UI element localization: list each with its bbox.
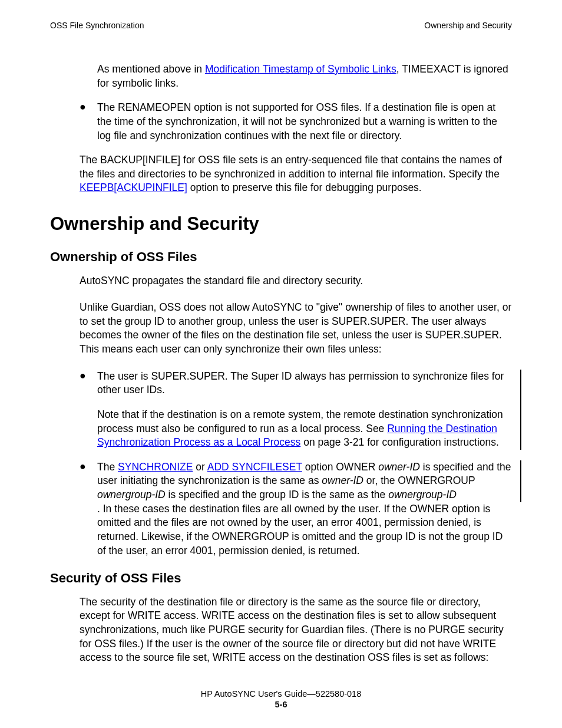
page-footer: HP AutoSYNC User's Guide—522580-018 5-6 (0, 689, 562, 709)
bullet-text: The SYNCHRONIZE or ADD SYNCFILESET optio… (97, 460, 512, 558)
paragraph: Unlike Guardian, OSS does not allow Auto… (80, 301, 512, 357)
paragraph: As mentioned above in Modification Times… (97, 62, 512, 90)
link-keepbackupinfile[interactable]: KEEPB[ACKUPINFILE] (80, 182, 187, 193)
bullet-item: ● The user is SUPER.SUPER. The Super ID … (80, 370, 521, 450)
bullet-item: ● The RENAMEOPEN option is not supported… (80, 101, 512, 143)
bullet-item: ● The SYNCHRONIZE or ADD SYNCFILESET opt… (80, 460, 512, 558)
bullet-text: The RENAMEOPEN option is not supported f… (97, 101, 512, 143)
link-modification-timestamp[interactable]: Modification Timestamp of Symbolic Links (205, 63, 396, 75)
header-right: Ownership and Security (424, 21, 512, 30)
heading-ownership-oss: Ownership of OSS Files (50, 248, 512, 266)
footer-page-number: 5-6 (0, 700, 562, 709)
page-content: As mentioned above in Modification Times… (50, 62, 512, 665)
link-synchronize[interactable]: SYNCHRONIZE (118, 461, 193, 473)
paragraph: AutoSYNC propagates the standard file an… (80, 274, 512, 288)
paragraph: The security of the destination file or … (80, 595, 512, 665)
heading-security-oss: Security of OSS Files (50, 569, 512, 587)
header-left: OSS File Synchronization (50, 21, 144, 30)
page-header: OSS File Synchronization Ownership and S… (50, 21, 512, 30)
bullet-icon: ● (80, 370, 97, 450)
bullet-icon: ● (80, 101, 97, 143)
footer-line1: HP AutoSYNC User's Guide—522580-018 (0, 689, 562, 699)
bullet-text: The user is SUPER.SUPER. The Super ID al… (97, 370, 512, 450)
link-add-syncfileset[interactable]: ADD SYNCFILESET (207, 461, 302, 473)
bullet-icon: ● (80, 460, 97, 558)
document-page: OSS File Synchronization Ownership and S… (0, 0, 562, 728)
heading-ownership-security: Ownership and Security (50, 212, 512, 236)
paragraph: The BACKUP[INFILE] for OSS file sets is … (80, 153, 512, 195)
